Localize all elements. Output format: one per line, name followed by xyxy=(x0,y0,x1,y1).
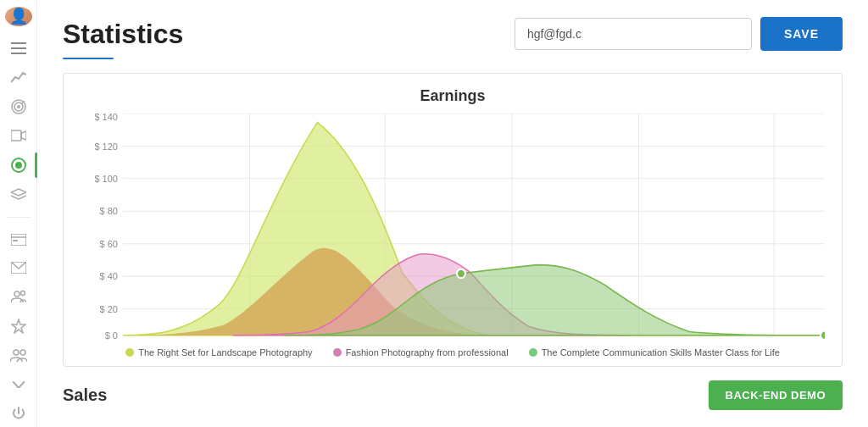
svg-point-19 xyxy=(14,350,19,355)
email-input[interactable] xyxy=(515,18,752,50)
svg-point-5 xyxy=(17,105,20,108)
svg-marker-8 xyxy=(21,131,26,140)
page-title: Statistics xyxy=(63,19,183,50)
svg-rect-12 xyxy=(11,234,26,246)
svg-text:September: September xyxy=(802,341,825,342)
svg-rect-2 xyxy=(11,53,26,54)
target-icon[interactable] xyxy=(9,99,28,114)
svg-text:$ 100: $ 100 xyxy=(94,174,117,184)
card-icon[interactable] xyxy=(9,233,28,247)
chart-icon[interactable] xyxy=(9,70,28,84)
earnings-chart-container: Earnings $ 0 $ 20 xyxy=(63,73,843,367)
svg-point-10 xyxy=(15,162,22,169)
main-content: Statistics SAVE Earnings xyxy=(37,0,868,427)
sidebar xyxy=(0,0,37,427)
legend-dot-landscape xyxy=(125,348,134,357)
svg-point-17 xyxy=(20,291,25,296)
chart-legend: The Right Set for Landscape Photography … xyxy=(81,347,825,358)
chevron-down-icon[interactable] xyxy=(9,378,28,391)
svg-text:July: July xyxy=(571,341,588,342)
legend-dot-communication xyxy=(529,348,537,357)
header-underline xyxy=(63,58,114,59)
svg-text:$ 60: $ 60 xyxy=(100,239,118,249)
sales-title: Sales xyxy=(63,385,107,405)
power-icon[interactable] xyxy=(9,407,28,420)
backend-demo-button[interactable]: BACK-END DEMO xyxy=(709,380,843,410)
layers-icon[interactable] xyxy=(9,188,28,202)
header: Statistics SAVE xyxy=(63,17,843,51)
svg-rect-1 xyxy=(11,47,26,49)
legend-dot-fashion xyxy=(333,348,342,357)
svg-text:$ 140: $ 140 xyxy=(94,114,117,122)
svg-text:August: August xyxy=(692,341,721,342)
svg-rect-14 xyxy=(13,240,18,241)
legend-item-communication: The Complete Communication Skills Master… xyxy=(529,347,780,358)
svg-rect-7 xyxy=(11,130,21,141)
svg-point-16 xyxy=(14,291,19,297)
svg-text:$ 20: $ 20 xyxy=(100,303,118,313)
svg-point-20 xyxy=(20,350,25,355)
svg-text:$ 0: $ 0 xyxy=(105,330,118,341)
svg-marker-18 xyxy=(12,319,25,333)
people-icon[interactable] xyxy=(9,349,28,363)
legend-label-fashion: Fashion Photography from professional xyxy=(346,347,509,358)
svg-text:$ 80: $ 80 xyxy=(100,206,118,216)
avatar[interactable] xyxy=(5,7,32,26)
svg-text:June: June xyxy=(442,341,463,342)
group-icon[interactable] xyxy=(9,290,28,303)
svg-point-42 xyxy=(457,269,465,278)
divider xyxy=(7,217,31,218)
save-button[interactable]: SAVE xyxy=(760,17,843,51)
video-icon[interactable] xyxy=(9,130,28,143)
legend-item-fashion: Fashion Photography from professional xyxy=(333,347,509,358)
svg-rect-0 xyxy=(11,42,26,44)
svg-text:May: May xyxy=(309,341,326,342)
svg-text:$ 40: $ 40 xyxy=(100,271,118,281)
header-right: SAVE xyxy=(515,17,843,51)
legend-label-communication: The Complete Communication Skills Master… xyxy=(542,347,780,358)
earnings-chart-title: Earnings xyxy=(81,87,825,105)
circle-active-icon[interactable] xyxy=(9,158,28,173)
svg-text:$ 120: $ 120 xyxy=(94,141,117,151)
menu-icon[interactable] xyxy=(9,42,28,55)
earnings-svg: $ 0 $ 20 $ 40 $ 60 $ 80 $ 100 $ 120 $ 14… xyxy=(81,114,825,342)
legend-label-landscape: The Right Set for Landscape Photography xyxy=(138,347,312,358)
svg-text:April: April xyxy=(169,341,187,342)
svg-point-43 xyxy=(821,331,825,340)
mail-icon[interactable] xyxy=(9,262,28,275)
earnings-chart-area: $ 0 $ 20 $ 40 $ 60 $ 80 $ 100 $ 120 $ 14… xyxy=(81,114,825,342)
legend-item-landscape: The Right Set for Landscape Photography xyxy=(125,347,312,358)
sales-section: Sales BACK-END DEMO xyxy=(63,380,843,410)
star-icon[interactable] xyxy=(9,319,28,334)
svg-marker-11 xyxy=(11,189,26,196)
